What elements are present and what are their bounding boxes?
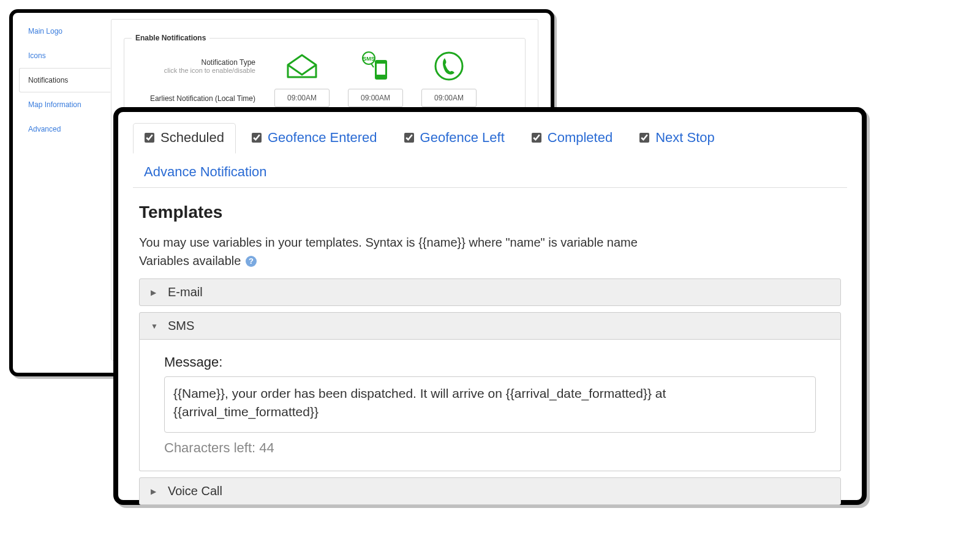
caret-right-icon: ▶: [151, 487, 158, 496]
svg-rect-3: [377, 64, 385, 75]
templates-accordion: ▶ E-mail ▼ SMS Message: Characters left:…: [139, 278, 841, 505]
accordion-voice-header[interactable]: ▶ Voice Call: [139, 477, 841, 505]
tab-next-stop-checkbox[interactable]: [639, 133, 649, 143]
tab-scheduled-label: Scheduled: [160, 130, 224, 146]
earliest-label: Earliest Notification (Local Time): [150, 94, 255, 103]
sidebar-item-main-logo[interactable]: Main Logo: [19, 19, 111, 43]
tab-advance-notification-label: Advance Notification: [144, 164, 267, 180]
sms-chars-left: Characters left: 44: [164, 440, 816, 456]
svg-text:SMS: SMS: [363, 56, 375, 62]
notification-type-label: Notification Type: [137, 58, 255, 67]
templates-title: Templates: [139, 203, 841, 222]
earliest-email-input[interactable]: [274, 89, 330, 107]
sidebar-item-notifications[interactable]: Notifications: [19, 68, 111, 92]
accordion-email-label: E-mail: [168, 285, 203, 299]
voice-toggle-icon[interactable]: [412, 51, 486, 81]
accordion-email-header[interactable]: ▶ E-mail: [139, 278, 841, 306]
tab-geofence-entered-label: Geofence Entered: [268, 130, 377, 146]
tab-geofence-left-label: Geofence Left: [420, 130, 505, 146]
earliest-notification-row: Earliest Notification (Local Time): [137, 89, 513, 107]
templates-section: Templates You may use variables in your …: [133, 188, 847, 505]
caret-down-icon: ▼: [151, 322, 158, 330]
templates-desc-line1: You may use variables in your templates.…: [139, 236, 638, 249]
tab-scheduled-checkbox[interactable]: [145, 133, 154, 143]
sms-message-label: Message:: [164, 354, 816, 370]
templates-desc: You may use variables in your templates.…: [139, 233, 841, 270]
notification-tabs: Scheduled Geofence Entered Geofence Left…: [133, 123, 847, 188]
tab-next-stop[interactable]: Next Stop: [628, 124, 726, 153]
earliest-voice-input[interactable]: [421, 89, 477, 107]
chars-left-value: 44: [259, 440, 274, 455]
templates-desc-line2: Variables available: [139, 254, 241, 267]
chars-left-prefix: Characters left:: [164, 440, 259, 455]
notification-type-sublabel: click the icon to enable/disable: [137, 67, 255, 74]
tab-geofence-left[interactable]: Geofence Left: [393, 124, 516, 153]
accordion-sms-label: SMS: [168, 319, 194, 333]
fieldset-legend: Enable Notifications: [132, 34, 209, 42]
sidebar-item-map-information[interactable]: Map Information: [19, 92, 111, 117]
settings-sidebar: Main Logo Icons Notifications Map Inform…: [19, 19, 111, 141]
accordion-sms-body: Message: Characters left: 44: [139, 340, 841, 471]
sms-message-textarea[interactable]: [164, 376, 816, 433]
accordion-sms-header[interactable]: ▼ SMS: [139, 312, 841, 340]
tab-scheduled[interactable]: Scheduled: [133, 123, 236, 154]
tab-advance-notification[interactable]: Advance Notification: [133, 158, 278, 187]
tab-geofence-left-checkbox[interactable]: [404, 133, 414, 143]
accordion-voice-label: Voice Call: [168, 484, 222, 498]
help-icon[interactable]: ?: [246, 256, 257, 267]
sidebar-item-advanced[interactable]: Advanced: [19, 117, 111, 141]
email-toggle-icon[interactable]: [265, 53, 339, 80]
svg-point-4: [435, 53, 462, 80]
tab-geofence-entered[interactable]: Geofence Entered: [241, 124, 388, 153]
sms-toggle-icon[interactable]: SMS: [339, 51, 412, 81]
tab-completed[interactable]: Completed: [521, 124, 624, 153]
templates-front-panel: Scheduled Geofence Entered Geofence Left…: [113, 107, 867, 505]
notification-type-row: Notification Type click the icon to enab…: [137, 51, 513, 81]
caret-right-icon: ▶: [151, 288, 158, 297]
earliest-sms-input[interactable]: [348, 89, 403, 107]
sidebar-item-icons[interactable]: Icons: [19, 43, 111, 68]
tab-completed-checkbox[interactable]: [532, 133, 541, 143]
tab-next-stop-label: Next Stop: [655, 130, 715, 146]
tab-completed-label: Completed: [548, 130, 612, 146]
tab-geofence-entered-checkbox[interactable]: [252, 133, 262, 143]
